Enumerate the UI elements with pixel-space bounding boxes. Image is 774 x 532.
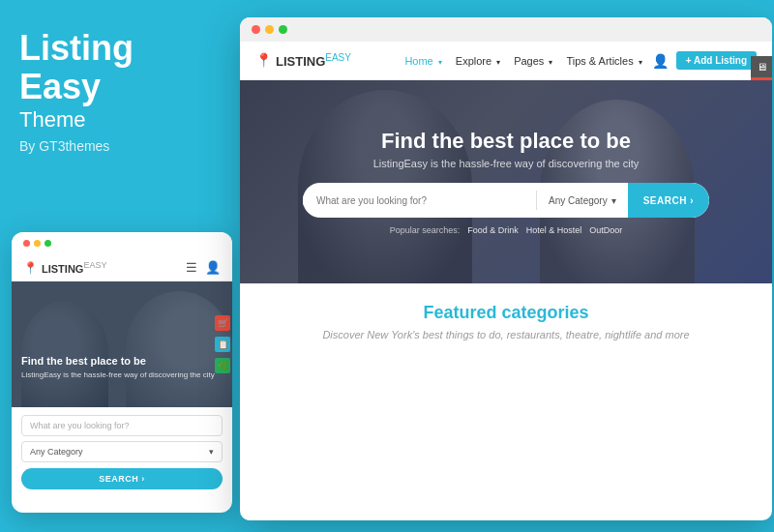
mobile-search-area: What are you looking for? Any Category ▾… xyxy=(12,407,232,497)
hero-title: Find the best place to be xyxy=(381,129,631,154)
desktop-dot-yellow xyxy=(265,25,274,34)
user-icon[interactable]: 👤 xyxy=(205,260,221,275)
mobile-window-dots xyxy=(23,240,51,247)
desktop-dot-green xyxy=(279,25,287,34)
desktop-mockup: 📍 LISTINGEASY Home ▾ Explore ▾ Pages ▾ T… xyxy=(240,17,772,520)
desktop-featured: Featured categories Discover New York's … xyxy=(240,283,772,360)
desktop-title-bar xyxy=(240,17,772,42)
mobile-nav-icons[interactable]: ☰ 👤 xyxy=(186,260,221,275)
nav-link-explore[interactable]: Explore ▾ xyxy=(456,55,500,67)
mobile-search-input[interactable]: What are you looking for? xyxy=(21,415,223,436)
desktop-nav-links: Home ▾ Explore ▾ Pages ▾ Tips & Articles… xyxy=(404,55,641,67)
mobile-hero-overlay xyxy=(12,281,232,407)
desktop-search-input[interactable] xyxy=(303,195,536,206)
desktop-category-select[interactable]: Any Category ▾ xyxy=(537,195,628,206)
popular-searches: Popular searches: Food & Drink Hotel & H… xyxy=(390,225,623,235)
featured-subtitle: Discover New York's best things to do, r… xyxy=(259,329,753,340)
desktop-search-button[interactable]: SEARCH › xyxy=(628,183,709,218)
desktop-side-monitor-icon: 🖥 xyxy=(751,56,772,77)
desktop-hero: Find the best place to be ListingEasy is… xyxy=(240,80,772,283)
nav-link-home[interactable]: Home ▾ xyxy=(404,55,441,67)
mobile-search-button[interactable]: SEARCH › xyxy=(21,468,223,489)
add-listing-button[interactable]: + Add Listing xyxy=(676,51,757,70)
brand-by: By GT3themes xyxy=(19,138,223,154)
hamburger-icon[interactable]: ☰ xyxy=(186,260,197,275)
chevron-down-icon: ▾ xyxy=(611,195,616,206)
mobile-dot-yellow xyxy=(34,240,41,247)
desktop-logo-text: LISTINGEASY xyxy=(276,52,351,69)
mobile-hero: Find the best place to be ListingEasy is… xyxy=(12,281,232,407)
mobile-mockup: 📍 LISTINGEASY ☰ 👤 Find the best place to… xyxy=(12,232,232,513)
mobile-logo-text: LISTINGEASY xyxy=(42,260,106,275)
mobile-hero-content: Find the best place to be ListingEasy is… xyxy=(21,354,223,380)
popular-tag-hotel[interactable]: Hotel & Hostel xyxy=(526,225,582,235)
desktop-user-icon[interactable]: 👤 xyxy=(652,53,669,69)
brand-title: Listing Easy xyxy=(19,29,223,105)
mobile-nav: 📍 LISTINGEASY ☰ 👤 xyxy=(12,254,232,281)
mobile-side-list-icon: 📋 xyxy=(215,337,230,352)
desktop-search-bar: Any Category ▾ SEARCH › xyxy=(303,183,709,218)
pin-icon: 📍 xyxy=(23,261,38,275)
hero-content: Find the best place to be ListingEasy is… xyxy=(240,80,772,283)
nav-link-tips[interactable]: Tips & Articles ▾ xyxy=(566,55,641,67)
desktop-nav: 📍 LISTINGEASY Home ▾ Explore ▾ Pages ▾ T… xyxy=(240,42,772,80)
nav-link-pages[interactable]: Pages ▾ xyxy=(514,55,552,67)
mobile-side-icons: 🛒 📋 🌿 xyxy=(213,281,232,407)
popular-searches-label: Popular searches: xyxy=(390,225,461,235)
desktop-window-dots xyxy=(252,25,287,34)
mobile-logo: 📍 LISTINGEASY xyxy=(23,260,106,275)
mobile-title-bar xyxy=(12,232,232,254)
mobile-side-leaf-icon: 🌿 xyxy=(215,358,230,373)
mobile-dot-red xyxy=(23,240,30,247)
mobile-dot-green xyxy=(45,240,51,247)
popular-tag-food[interactable]: Food & Drink xyxy=(467,225,519,235)
hero-subtitle: ListingEasy is the hassle-free way of di… xyxy=(373,158,640,169)
mobile-side-cart-icon: 🛒 xyxy=(215,315,230,331)
desktop-dot-red xyxy=(252,25,260,34)
desktop-logo: 📍 LISTINGEASY xyxy=(255,52,351,69)
desktop-nav-actions: 👤 + Add Listing xyxy=(652,51,757,70)
mobile-category-select[interactable]: Any Category ▾ xyxy=(21,441,223,462)
chevron-down-icon: ▾ xyxy=(209,447,214,457)
brand-subtitle: Theme xyxy=(19,107,223,133)
popular-tag-outdoor[interactable]: OutDoor xyxy=(589,225,622,235)
featured-title: Featured categories xyxy=(259,303,753,323)
desktop-pin-icon: 📍 xyxy=(255,52,272,68)
